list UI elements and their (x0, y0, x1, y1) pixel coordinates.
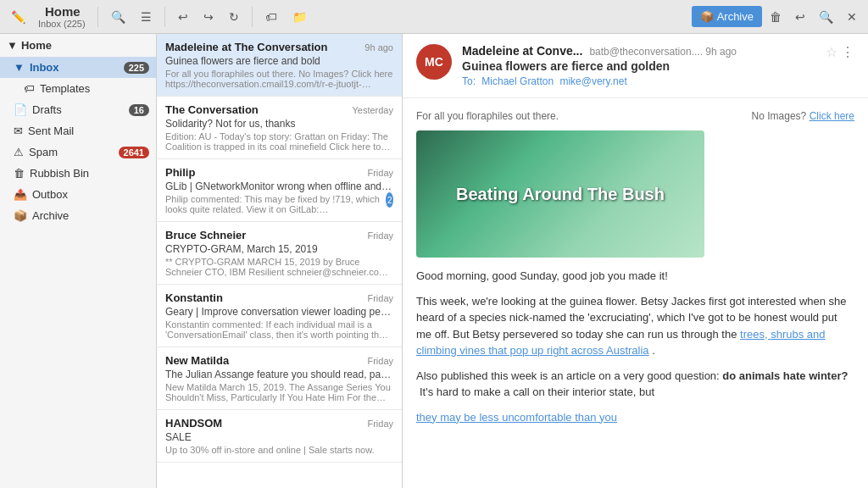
from-name: Madeleine at Conve... (462, 44, 582, 58)
email-sender-5: New Matilda (165, 354, 229, 367)
email-sender-6: HANDSOM (165, 417, 222, 430)
archive-sidebar-label: Archive (32, 209, 69, 222)
sidebar-item-spam[interactable]: ⚠ Spam 2641 (0, 141, 156, 163)
email-time-0: 9h ago (364, 42, 393, 53)
back-button[interactable]: ↩ (172, 6, 194, 28)
click-here-link[interactable]: Click here (810, 110, 854, 122)
email-list-item-3[interactable]: Bruce Schneier Friday CRYPTO-GRAM, March… (157, 222, 402, 285)
email-from-line: Madeleine at Conve... batb@theconversati… (462, 44, 815, 58)
email-sender-3: Bruce Schneier (165, 229, 246, 241)
email-subject-0: Guinea flowers are fierce and bold (165, 55, 393, 67)
sidebar-item-sent[interactable]: ✉ Sent Mail (0, 120, 156, 141)
email-preview-6: Up to 30% off in-store and online | Sale… (165, 445, 375, 455)
email-list-item-1[interactable]: The Conversation Yesterday Solidarity? N… (157, 97, 402, 159)
inbox-label: Inbox (30, 61, 59, 74)
right-toolbar: 📦 Archive 🗑 ↩ 🔍 ✕ (692, 6, 863, 28)
email-list-item-2[interactable]: Philip Friday GLib | GNetworkMonitor wro… (157, 159, 402, 222)
sidebar-item-archive[interactable]: 📦 Archive (0, 205, 156, 226)
email-time-6: Friday (367, 419, 393, 429)
email-view-header: MC Madeleine at Conve... batb@theconvers… (403, 34, 868, 98)
email-sender-1: The Conversation (165, 103, 259, 116)
email-preview-4: Konstantin commented: If each individual… (165, 319, 393, 340)
email-preview-0: For all you floraphiles out there. No Im… (165, 69, 393, 89)
email-list: Madeleine at The Conversation 9h ago Gui… (157, 34, 403, 488)
archive-button[interactable]: 📦 Archive (692, 6, 762, 27)
sidebar-home-label: Home (21, 39, 52, 52)
to-email: mike@very.net (559, 75, 626, 87)
no-images-text: No Images? Click here (752, 108, 854, 124)
sidebar-item-outbox[interactable]: 📤 Outbox (0, 184, 156, 205)
email-subject-2: GLib | GNetworkMonitor wrong when offlin… (165, 180, 393, 192)
email-time-2: Friday (367, 168, 393, 178)
drafts-badge: 16 (129, 104, 149, 116)
email-preview-1: Edition: AU - Today's top story: Grattan… (165, 131, 393, 152)
archive-icon: 📦 (700, 10, 714, 23)
close-button[interactable]: ✕ (841, 6, 863, 28)
for-all-text: For all you floraphiles out there. (416, 108, 559, 124)
toolbar-title: Home (38, 4, 87, 19)
avatar: MC (416, 44, 452, 80)
separator-2 (164, 7, 165, 27)
email-view: MC Madeleine at Conve... batb@theconvers… (403, 34, 868, 488)
email-preview-2: Philip commented: This may be fixed by !… (165, 194, 386, 214)
sidebar-item-drafts[interactable]: 📄 Drafts 16 (0, 99, 156, 120)
tag-button[interactable]: 🏷 (259, 6, 283, 28)
sidebar: ▼ Home ▼ Inbox 225 🏷 Templates 📄 Drafts … (0, 34, 157, 488)
body-link-2[interactable]: they may be less uncomfortable than you (416, 411, 617, 424)
email-badge-2: 2 (386, 192, 393, 208)
templates-icon: 🏷 (24, 82, 35, 95)
email-meta: Madeleine at Conve... batb@theconversati… (462, 44, 815, 87)
sidebar-item-templates[interactable]: 🏷 Templates (0, 78, 156, 99)
email-body-top: For all you floraphiles out there. No Im… (416, 108, 854, 124)
body-paragraph-3: Also published this week is an article o… (416, 368, 854, 401)
inbox-badge: 225 (124, 62, 149, 74)
email-subject-4: Geary | Improve conversation viewer load… (165, 306, 393, 318)
rubbish-label: Rubbish Bin (30, 167, 89, 180)
email-view-top: MC Madeleine at Conve... batb@theconvers… (416, 44, 854, 87)
from-addr: batb@theconversation.... 9h ago (589, 46, 737, 58)
email-list-item-6[interactable]: HANDSOM Friday SALE Up to 30% off in-sto… (157, 410, 402, 463)
outbox-icon: 📤 (14, 188, 27, 201)
email-subject-3: CRYPTO-GRAM, March 15, 2019 (165, 243, 393, 255)
archive-sidebar-icon: 📦 (14, 209, 27, 222)
email-list-item-4[interactable]: Konstantin Friday Geary | Improve conver… (157, 285, 402, 347)
search-button-right[interactable]: 🔍 (813, 6, 839, 28)
drafts-icon: 📄 (14, 103, 27, 116)
email-to-line: To: Michael Gratton mike@very.net (462, 75, 815, 87)
email-list-item-5[interactable]: New Matilda Friday The Julian Assange fe… (157, 347, 402, 410)
email-image-block: Beating Around The Bush (416, 130, 704, 258)
email-subject-header: Guinea flowers are fierce and golden (462, 59, 815, 73)
star-button[interactable]: ☆ (826, 44, 837, 60)
body-p3-bold: do animals hate winter? (722, 369, 848, 382)
forward-button[interactable]: ↪ (198, 6, 220, 28)
inbox-icon: ▼ (14, 61, 25, 74)
compose-button[interactable]: ✏️ (5, 6, 31, 28)
body-paragraph-1: Good morning, good Sunday, good job you … (416, 268, 854, 285)
undo-button[interactable]: ↩ (789, 6, 811, 28)
email-body: For all you floraphiles out there. No Im… (403, 98, 868, 444)
sidebar-home[interactable]: ▼ Home (0, 34, 156, 57)
toolbar-left: ✏️ Home Inbox (225) 🔍 ☰ ↩ ↪ ↻ 🏷 📁 (5, 4, 313, 29)
email-preview-3: ** CRYPTO-GRAM MARCH 15, 2019 by Bruce S… (165, 257, 393, 277)
archive-label: Archive (717, 10, 754, 23)
sidebar-item-rubbish[interactable]: 🗑 Rubbish Bin (0, 163, 156, 184)
body-paragraph-4: they may be less uncomfortable than you (416, 409, 854, 426)
more-button[interactable]: ⋮ (841, 44, 854, 60)
folder-button[interactable]: 📁 (287, 6, 313, 28)
email-sender-4: Konstantin (165, 291, 223, 304)
chevron-down-icon: ▼ (7, 39, 18, 52)
to-label: To: (462, 75, 476, 87)
email-sender-2: Philip (165, 166, 195, 179)
email-time-4: Friday (367, 293, 393, 303)
search-button-left[interactable]: 🔍 (105, 6, 131, 28)
sidebar-item-inbox[interactable]: ▼ Inbox 225 (0, 57, 156, 78)
rotate-button[interactable]: ↻ (223, 6, 245, 28)
menu-button[interactable]: ☰ (135, 6, 158, 28)
email-list-item-0[interactable]: Madeleine at The Conversation 9h ago Gui… (157, 34, 402, 97)
spam-badge: 2641 (119, 147, 149, 158)
body-paragraph-2: This week, we're looking at the guinea f… (416, 293, 854, 359)
email-time-5: Friday (367, 356, 393, 366)
drafts-label: Drafts (32, 103, 62, 116)
trash-button[interactable]: 🗑 (764, 6, 787, 28)
separator-3 (252, 7, 253, 27)
